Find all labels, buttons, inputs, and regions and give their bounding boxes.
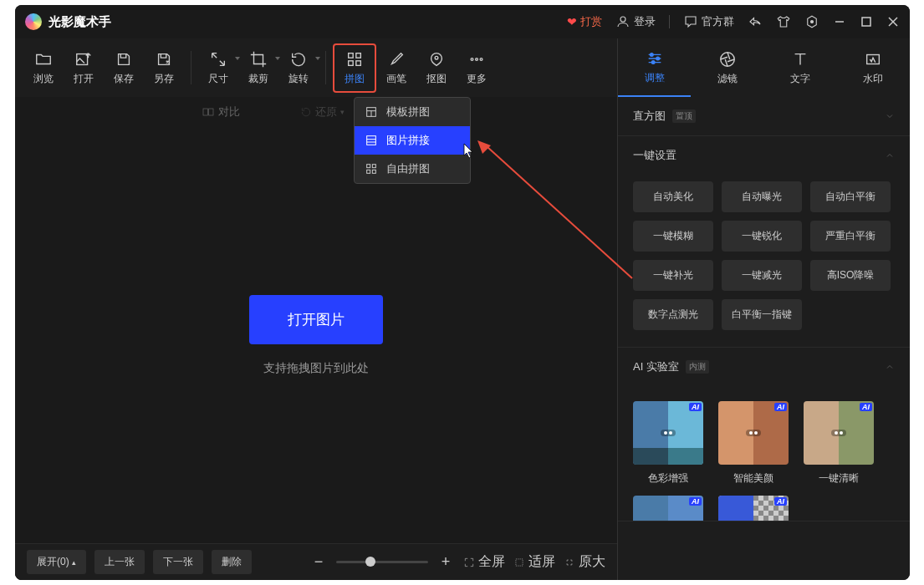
quick-settings-header[interactable]: 一键设置 [618,136,910,175]
svg-point-12 [435,56,438,59]
quick-btn[interactable]: 一键补光 [633,260,713,291]
histogram-header[interactable]: 直方图置顶 [618,97,910,135]
minimize-button[interactable] [833,15,846,28]
more-tool[interactable]: 更多 [457,45,497,91]
fullscreen-button[interactable]: 全屏 [463,553,505,571]
next-button[interactable]: 下一张 [153,550,203,574]
collage-tool[interactable]: 拼图 [333,43,376,93]
zoom-in-button[interactable]: + [436,553,455,572]
ai-thumb-partial[interactable]: AI [718,496,789,521]
expand-button[interactable]: 展开(0)▴ [27,550,86,574]
zoom-out-button[interactable]: − [309,553,328,572]
open-tool[interactable]: 打开 [64,45,104,91]
quick-btn[interactable]: 一键模糊 [633,221,713,252]
app-logo [25,13,42,30]
image-up-icon [74,50,93,69]
watermark-icon [864,50,882,69]
rotate-tool[interactable]: 旋转 [278,45,319,91]
donate-label: 打赏 [580,14,602,29]
brush-icon [387,50,406,69]
svg-rect-4 [862,18,870,26]
quick-btn[interactable]: 一键减光 [722,260,802,291]
svg-point-15 [480,58,482,60]
crop-tool[interactable]: 裁剪 [238,45,278,91]
prev-button[interactable]: 上一张 [94,550,145,574]
svg-point-2 [811,21,814,23]
chevron-up-icon [885,150,895,160]
quick-btn[interactable]: 自动白平衡 [810,181,891,212]
svg-point-14 [476,58,478,60]
folder-icon [34,50,53,69]
open-image-button[interactable]: 打开图片 [249,295,383,344]
svg-point-19 [650,53,653,56]
svg-rect-24 [203,109,207,115]
save-tool[interactable]: 保存 [104,45,144,91]
undo-icon [300,106,312,118]
restore-dropdown[interactable]: 还原▾ [300,104,345,120]
saveas-tool[interactable]: 另存 [144,45,184,91]
svg-point-0 [620,17,625,22]
svg-rect-38 [516,558,523,565]
ai-badge: AI [689,403,702,411]
tab-adjust[interactable]: 调整 [618,38,691,97]
ai-lab-header[interactable]: AI 实验室内测 [618,348,910,386]
zoom-slider[interactable]: − + [309,553,455,572]
svg-rect-10 [349,60,354,65]
cutout-tool[interactable]: 抠图 [416,45,457,91]
template-icon [365,105,378,119]
quick-btn[interactable]: 自动曝光 [722,181,802,212]
quick-btn[interactable]: 自动美化 [633,181,713,212]
dropdown-splice[interactable]: 图片拼接 [355,126,470,155]
chat-icon [683,14,698,29]
text-icon [791,50,809,69]
slider-thumb[interactable] [365,557,375,567]
right-panel: 直方图置顶 一键设置 自动美化 自动曝光 自动白平衡 一键模糊 一键锐化 [617,97,910,580]
svg-point-21 [651,60,655,64]
original-button[interactable]: 原大 [564,553,605,571]
histogram-label: 直方图 [633,109,666,124]
quick-settings-label: 一键设置 [633,148,676,163]
dropdown-free[interactable]: 自由拼图 [355,155,470,183]
fullscreen-icon [463,557,475,568]
slider-track[interactable] [336,561,428,563]
saveas-icon [155,50,173,69]
brush-tool[interactable]: 画笔 [376,45,416,91]
ai-thumb-partial[interactable]: AI [633,496,703,521]
user-icon [615,14,630,29]
quick-btn[interactable]: 一键锐化 [722,221,802,252]
ai-badge: AI [774,497,787,506]
size-tool[interactable]: 尺寸 [198,45,238,91]
browse-tool[interactable]: 浏览 [23,45,64,91]
quick-btn[interactable]: 数字点测光 [633,299,713,330]
group-link[interactable]: 官方群 [683,14,734,29]
resize-icon [209,50,227,69]
fitscreen-button[interactable]: 适屏 [513,553,555,571]
close-button[interactable] [886,15,900,28]
ai-item-sharp[interactable]: AI一键清晰 [804,401,874,486]
quick-btn[interactable]: 严重白平衡 [810,221,891,252]
cutout-icon [427,50,446,69]
ai-thumb: AI [718,401,789,465]
ai-item-beauty[interactable]: AI智能美颜 [718,401,789,486]
main-toolbar: 浏览 打开 保存 另存 尺寸 裁剪 旋转 拼图 画笔 抠图 更多 [15,38,617,97]
share-icon[interactable] [748,14,763,29]
donate-link[interactable]: ❤ 打赏 [567,14,602,29]
tab-filter[interactable]: 滤镜 [691,38,763,97]
quick-btn[interactable]: 高ISO降噪 [810,260,891,291]
dropdown-template[interactable]: 模板拼图 [355,98,470,126]
tab-watermark[interactable]: 水印 [837,38,910,97]
drag-hint: 支持拖拽图片到此处 [263,361,369,376]
tab-text[interactable]: 文字 [764,38,837,97]
maximize-button[interactable] [860,15,873,28]
ai-badge: AI [860,403,872,411]
delete-button[interactable]: 删除 [212,550,252,574]
svg-point-20 [656,57,659,60]
shirt-icon[interactable] [776,14,791,29]
login-link[interactable]: 登录 [615,14,656,29]
settings-icon[interactable] [804,14,819,29]
compare-toggle[interactable]: 对比 [202,104,240,120]
canvas-area: 对比 还原▾ 保存动作 模板拼图 图片拼接 自由拼图 打开图片 支持 [15,97,617,580]
ai-item-color[interactable]: AI色彩增强 [633,401,703,486]
heart-icon: ❤ [567,15,577,28]
quick-btn[interactable]: 白平衡一指键 [722,299,802,330]
